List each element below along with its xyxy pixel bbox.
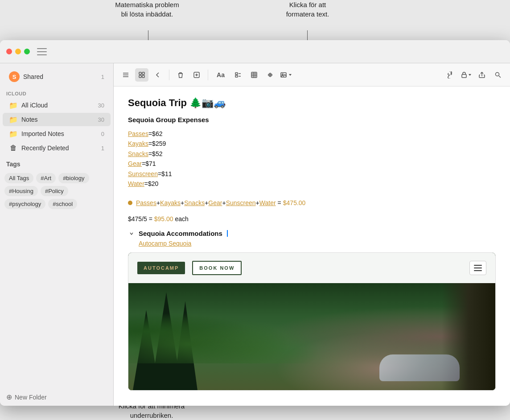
search-button[interactable] <box>491 68 505 82</box>
sidebar-item-shared[interactable]: S Shared 1 <box>3 69 111 85</box>
tag-biology[interactable]: #biology <box>58 173 89 183</box>
expense-snacks: Snacks=$52 <box>128 149 496 159</box>
format-label: Aa <box>217 71 225 78</box>
list-view-button[interactable] <box>119 68 132 82</box>
section-collapse-button[interactable] <box>128 230 135 237</box>
tag-psychology[interactable]: #psychology <box>4 199 45 209</box>
imported-label: Imported Notes <box>21 130 99 137</box>
expense-label-gear: Gear <box>128 160 142 167</box>
svg-rect-10 <box>235 73 238 74</box>
all-icloud-label: All iCloud <box>21 102 96 109</box>
expense-label-water: Water <box>128 180 144 187</box>
tag-school[interactable]: #school <box>48 199 77 209</box>
sidebar-toggle-button[interactable] <box>37 48 47 55</box>
deleted-count: 1 <box>101 145 104 152</box>
section-header-row: Sequoia Accommodations <box>128 230 496 237</box>
per-person-row: $475/5 = $95.00 each <box>128 215 496 222</box>
forest-background <box>128 283 495 390</box>
lock-button[interactable] <box>459 68 473 82</box>
math-indicator-dot <box>128 201 132 205</box>
fullscreen-button[interactable] <box>24 49 30 54</box>
format-button[interactable]: Aa <box>213 68 229 82</box>
sidebar-item-imported[interactable]: 📁 Imported Notes 0 <box>3 127 111 140</box>
notes-folder-icon: 📁 <box>9 115 18 124</box>
svg-point-29 <box>496 72 499 76</box>
new-folder-button[interactable]: ⊕ New Folder <box>0 388 113 406</box>
table-button[interactable] <box>247 68 261 82</box>
svg-rect-5 <box>139 75 141 78</box>
svg-rect-6 <box>142 75 144 78</box>
hamburger-menu-button[interactable] <box>469 261 486 275</box>
note-subtitle: Sequoia Group Expenses <box>128 116 496 124</box>
airstream <box>379 354 460 381</box>
audio-button[interactable] <box>263 68 277 82</box>
svg-rect-12 <box>235 75 238 77</box>
toolbar-separator-2 <box>208 70 208 80</box>
text-cursor <box>227 230 228 237</box>
delete-button[interactable] <box>174 68 187 82</box>
section-link-autocamp[interactable]: Autocamp Sequoia <box>139 240 496 247</box>
toolbar: Aa <box>114 63 510 86</box>
app-window: S Shared 1 iCloud 📁 All iCloud 30 📁 Note… <box>0 40 510 406</box>
toolbar-separator-1 <box>169 70 169 80</box>
tag-housing[interactable]: #Housing <box>4 186 38 196</box>
tag-policy[interactable]: #Policy <box>41 186 68 196</box>
sidebar-item-all-icloud[interactable]: 📁 All iCloud 30 <box>3 99 111 112</box>
expense-passes: Passes=$62 <box>128 129 496 139</box>
foliage <box>128 299 330 363</box>
section-title: Sequoia Accommodations <box>139 230 222 237</box>
new-note-button[interactable] <box>190 68 203 82</box>
hamburger-icon <box>474 265 482 271</box>
shared-label: Shared <box>23 73 99 80</box>
per-person-value: $95.00 <box>154 215 173 222</box>
tags-header: Tags <box>6 161 107 168</box>
tags-grid: All Tags #Art #biology #Housing #Policy … <box>0 173 113 214</box>
expense-label-passes: Passes <box>128 130 148 137</box>
checklist-button[interactable] <box>231 68 245 82</box>
autocamp-header: AUTOCAMP BOOK NOW <box>128 253 495 283</box>
expense-label-sunscreen: Sunscreen <box>128 170 158 177</box>
close-button[interactable] <box>6 49 12 54</box>
link-button[interactable] <box>443 68 457 82</box>
trash-icon: 🗑 <box>9 144 18 152</box>
book-now-button[interactable]: BOOK NOW <box>192 261 242 275</box>
per-person-suffix: each <box>175 215 189 222</box>
sum-result: $475.00 <box>283 199 306 206</box>
shared-avatar: S <box>9 71 20 82</box>
plus-icon: ⊕ <box>6 393 12 401</box>
expense-gear: Gear=$71 <box>128 159 496 169</box>
note-content: Sequoia Trip 🌲📷🚙 Sequoia Group Expenses … <box>114 86 510 406</box>
per-person-formula: $475/5 = <box>128 215 152 222</box>
svg-rect-3 <box>139 72 141 74</box>
svg-point-27 <box>282 74 284 75</box>
expense-label-snacks: Snacks <box>128 150 148 157</box>
notes-label: Notes <box>21 116 96 123</box>
new-folder-label: New Folder <box>15 394 47 401</box>
main-content: Aa <box>114 63 510 406</box>
back-button[interactable] <box>151 68 165 82</box>
svg-line-30 <box>499 76 501 78</box>
svg-rect-4 <box>142 72 144 74</box>
sidebar-item-deleted[interactable]: 🗑 Recently Deleted 1 <box>3 141 111 155</box>
app-body: S Shared 1 iCloud 📁 All iCloud 30 📁 Note… <box>0 63 510 406</box>
media-button[interactable] <box>280 68 293 82</box>
toolbar-right <box>443 68 505 82</box>
minimize-button[interactable] <box>15 49 21 54</box>
imported-folder-icon: 📁 <box>9 129 18 138</box>
icloud-header: iCloud <box>0 87 113 98</box>
note-title: Sequoia Trip 🌲📷🚙 <box>128 97 496 109</box>
embedded-autocamp-site[interactable]: AUTOCAMP BOOK NOW <box>128 252 496 391</box>
folder-icon: 📁 <box>9 101 18 110</box>
grid-view-button[interactable] <box>135 68 148 82</box>
share-button[interactable] <box>475 68 489 82</box>
tag-all-tags[interactable]: All Tags <box>4 173 33 183</box>
sidebar-item-notes[interactable]: 📁 Notes 30 <box>3 113 111 126</box>
sidebar: S Shared 1 iCloud 📁 All iCloud 30 📁 Note… <box>0 63 114 406</box>
deleted-label: Recently Deleted <box>21 144 99 152</box>
all-icloud-count: 30 <box>98 102 104 109</box>
autocamp-logo-button[interactable]: AUTOCAMP <box>137 262 185 274</box>
expense-sum-row: Passes + Kayaks + Snacks + Gear + Sunscr… <box>136 199 305 206</box>
expense-sunscreen: Sunscreen=$11 <box>128 169 496 179</box>
shared-count: 1 <box>101 74 104 80</box>
tag-art[interactable]: #Art <box>36 173 56 183</box>
